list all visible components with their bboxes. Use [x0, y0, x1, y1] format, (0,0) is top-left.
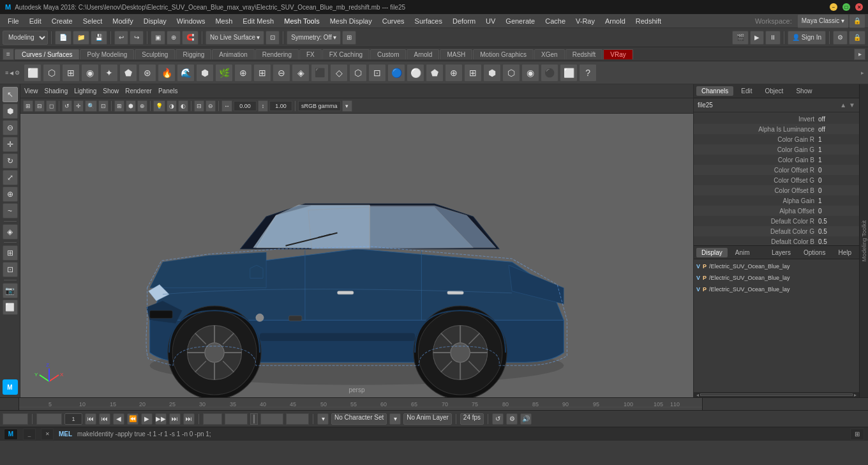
- menu-windows[interactable]: Windows: [172, 16, 211, 26]
- symmetry-icon[interactable]: ⊞: [342, 31, 356, 45]
- vp-menu-view[interactable]: View: [24, 88, 38, 95]
- shelf-btn-19[interactable]: ⊡: [368, 64, 386, 82]
- shelf-btn-24[interactable]: ⊞: [464, 64, 482, 82]
- shelf-btn-21[interactable]: ⚪: [407, 64, 424, 82]
- select-tool[interactable]: ↖: [3, 87, 18, 102]
- attr-value-2[interactable]: 1: [818, 136, 857, 143]
- render-settings-button[interactable]: 🎬: [732, 31, 749, 45]
- show-manip-tool[interactable]: ◈: [3, 224, 18, 240]
- shelf-btn-5[interactable]: ✦: [100, 64, 118, 82]
- close-button[interactable]: ✕: [855, 3, 863, 11]
- shelf-btn-8[interactable]: 🔥: [158, 64, 176, 82]
- vp-cam-pan[interactable]: ✛: [73, 100, 84, 112]
- attr-value-6[interactable]: 0: [818, 177, 857, 184]
- shelf-config-icon[interactable]: ⚙: [15, 70, 20, 76]
- vp-lights[interactable]: 💡: [153, 100, 165, 112]
- vp-field2-icon[interactable]: ↕: [258, 100, 268, 112]
- shelf-btn-26[interactable]: ⬡: [502, 64, 520, 82]
- vp-field1-icon[interactable]: ↔: [221, 100, 232, 112]
- shelf-btn-29[interactable]: ⬜: [560, 64, 578, 82]
- go-to-end-button[interactable]: ⏭: [183, 413, 195, 425]
- vp-ao[interactable]: ◐: [178, 100, 188, 112]
- tab-anim[interactable]: Anim: [730, 248, 755, 257]
- shelf-btn-13[interactable]: ⊞: [253, 64, 271, 82]
- menu-display[interactable]: Display: [138, 16, 172, 26]
- tab-rendering[interactable]: Rendering: [255, 49, 299, 59]
- snap-point-tool[interactable]: ⊞: [3, 245, 18, 261]
- tab-show[interactable]: Show: [791, 86, 817, 96]
- tab-mash[interactable]: MASH: [440, 49, 472, 59]
- shelf-btn-11[interactable]: 🌿: [215, 64, 233, 82]
- snap-grid-tool[interactable]: ⊡: [3, 262, 18, 277]
- menu-mesh-tools[interactable]: Mesh Tools: [279, 16, 324, 26]
- tab-edit[interactable]: Edit: [736, 86, 757, 96]
- layer-p-0[interactable]: P: [703, 263, 707, 270]
- menu-edit[interactable]: Edit: [24, 16, 47, 26]
- playback-speed-slider[interactable]: [250, 413, 258, 425]
- vp-cam-spin[interactable]: ↺: [62, 100, 72, 112]
- vp-select-hier[interactable]: ⊟: [34, 100, 45, 112]
- menu-deform[interactable]: Deform: [447, 16, 481, 26]
- workspace-dropdown[interactable]: Maya Classic ▾: [797, 14, 849, 28]
- menu-surfaces[interactable]: Surfaces: [410, 16, 447, 26]
- shelf-btn-9[interactable]: 🌊: [177, 64, 195, 82]
- lock2-button[interactable]: 🔒: [849, 31, 865, 45]
- live-surface-dropdown[interactable]: No Live Surface ▾: [206, 31, 264, 45]
- menu-mesh-display[interactable]: Mesh Display: [325, 16, 377, 26]
- shelf-btn-23[interactable]: ⊕: [445, 64, 463, 82]
- shelf-btn-17[interactable]: ◇: [330, 64, 348, 82]
- save-file-button[interactable]: 💾: [91, 31, 107, 45]
- shelf-btn-7[interactable]: ⊛: [138, 64, 156, 82]
- vp-menu-shading[interactable]: Shading: [45, 88, 68, 95]
- tab-curves-surfaces[interactable]: Curves / Surfaces: [15, 49, 79, 59]
- max-frame-input[interactable]: 200: [286, 413, 309, 425]
- shelf-btn-1[interactable]: ⬜: [24, 64, 41, 82]
- shelf-btn-6[interactable]: ⬟: [119, 64, 137, 82]
- viewport-canvas[interactable]: persp X Y Z: [20, 114, 693, 397]
- tab-display[interactable]: Display: [696, 248, 728, 257]
- menu-create[interactable]: Create: [47, 16, 78, 26]
- vp-frame-sel[interactable]: ⊡: [98, 100, 108, 112]
- gamma-arrow[interactable]: ▾: [342, 100, 352, 112]
- tab-fx[interactable]: FX: [299, 49, 322, 59]
- vp-value1[interactable]: 0.00: [234, 101, 257, 111]
- layer-p-1[interactable]: P: [703, 275, 707, 281]
- vp-select-obj[interactable]: ◻: [46, 100, 56, 112]
- settings-button[interactable]: ⚙: [833, 31, 848, 45]
- tab-motion-graphics[interactable]: Motion Graphics: [473, 49, 534, 59]
- shelf-left-arrow[interactable]: ◂: [10, 68, 13, 77]
- step-back-button[interactable]: ⏮: [99, 413, 110, 425]
- tab-xgen[interactable]: XGen: [534, 49, 565, 59]
- shelf-btn-14[interactable]: ⊖: [273, 64, 290, 82]
- command-text[interactable]: makeIdentity -apply true -t 1 -r 1 -s 1 …: [77, 431, 845, 438]
- menu-uv[interactable]: UV: [481, 16, 500, 26]
- shelf-btn-16[interactable]: ⬛: [311, 64, 329, 82]
- select-mode-button[interactable]: ▣: [151, 31, 165, 45]
- rotate-tool[interactable]: ↻: [3, 153, 18, 169]
- vp-menu-panels[interactable]: Panels: [158, 88, 178, 95]
- prev-frame-button[interactable]: ◀: [113, 413, 124, 425]
- tab-animation[interactable]: Animation: [212, 49, 254, 59]
- menu-mesh[interactable]: Mesh: [210, 16, 237, 26]
- lasso-tool[interactable]: ⊖: [3, 120, 18, 135]
- universal-manip-tool[interactable]: ⊕: [3, 187, 18, 202]
- tab-rigging[interactable]: Rigging: [176, 49, 211, 59]
- minimize-button[interactable]: −: [830, 3, 837, 11]
- snap-button[interactable]: 🧲: [182, 31, 198, 45]
- move-tool[interactable]: ✛: [3, 137, 18, 152]
- layer-v-1[interactable]: V: [696, 275, 700, 281]
- shelf-menu-icon[interactable]: ≡: [5, 70, 8, 76]
- script-editor-minimize[interactable]: _: [23, 429, 36, 440]
- render-region-tool[interactable]: ⬜: [3, 300, 18, 315]
- shelf-btn-25[interactable]: ⬢: [483, 64, 501, 82]
- next-frame-button[interactable]: ▶▶: [155, 413, 167, 425]
- current-frame-display[interactable]: 1: [36, 413, 62, 425]
- user-button[interactable]: 👤 Sign In: [788, 31, 826, 45]
- menu-file[interactable]: File: [3, 16, 24, 26]
- attr-value-11[interactable]: 0.5: [818, 228, 857, 235]
- menu-generate[interactable]: Generate: [500, 16, 540, 26]
- vp-wire[interactable]: ⬢: [126, 100, 136, 112]
- layer-p-2[interactable]: P: [703, 286, 707, 293]
- tab-object[interactable]: Object: [760, 86, 789, 96]
- camera-tool[interactable]: 📷: [3, 283, 18, 298]
